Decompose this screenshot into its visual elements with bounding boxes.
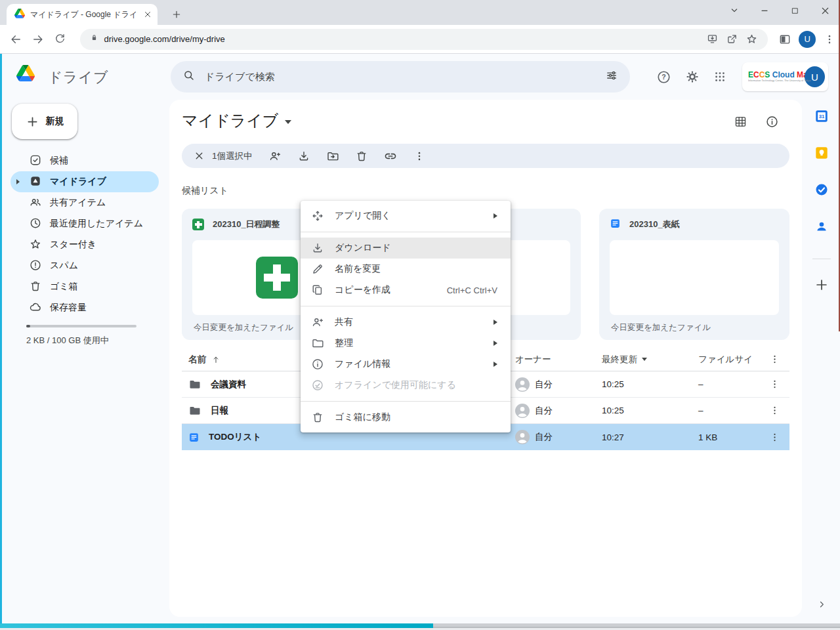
close-window-button[interactable]: [810, 0, 840, 21]
owner-name: 自分: [535, 379, 553, 390]
browser-menu-icon[interactable]: [819, 29, 840, 50]
share-person-add-icon[interactable]: [263, 144, 287, 168]
column-name[interactable]: 名前: [188, 348, 220, 371]
sidebar-item-starred[interactable]: スター付き: [10, 234, 159, 255]
tab-close-icon[interactable]: [143, 10, 152, 19]
browser-tab[interactable]: マイドライブ - Google ドライブ: [7, 4, 158, 25]
header-more-icon[interactable]: [765, 348, 784, 371]
browser-toolbar: drive.google.com/drive/my-drive U: [0, 25, 840, 54]
side-panel-icon[interactable]: [774, 29, 795, 50]
sidebar-item-recent[interactable]: 最近使用したアイテム: [10, 213, 159, 234]
show-side-panel-icon[interactable]: [812, 595, 831, 614]
drive-logo[interactable]: [16, 65, 35, 84]
search-options-icon[interactable]: [605, 69, 618, 85]
menu-item-organize[interactable]: 整理: [301, 333, 511, 354]
more-actions-icon[interactable]: [408, 144, 431, 168]
download-icon: [311, 242, 324, 255]
modified-time: 10:25: [602, 398, 624, 423]
menu-item-offline: オフラインで使用可能にする: [301, 375, 511, 396]
new-tab-button[interactable]: [167, 5, 186, 24]
settings-gear-icon[interactable]: [679, 64, 705, 90]
menu-item-rename[interactable]: 名前を変更: [301, 259, 511, 280]
trash-icon: [311, 411, 324, 424]
row-more-icon[interactable]: [765, 371, 784, 397]
minimize-button[interactable]: [749, 0, 780, 21]
share-icon[interactable]: [722, 33, 742, 45]
get-add-ons-icon[interactable]: [812, 276, 831, 294]
file-size: 1 KB: [698, 424, 717, 450]
keep-icon[interactable]: [812, 144, 831, 162]
svg-text:?: ?: [662, 73, 665, 81]
row-more-icon[interactable]: [765, 424, 784, 450]
expand-arrow-icon[interactable]: [16, 179, 20, 184]
back-button[interactable]: [5, 29, 26, 50]
svg-text:31: 31: [819, 114, 825, 119]
file-name: 会議資料: [211, 379, 246, 390]
download-icon[interactable]: [292, 144, 316, 168]
menu-item-open-with[interactable]: アプリで開く: [301, 205, 511, 226]
calendar-icon[interactable]: 31: [812, 107, 831, 125]
sidebar-item-shared[interactable]: 共有アイテム: [10, 192, 159, 213]
browser-profile-avatar[interactable]: U: [797, 29, 818, 50]
contacts-icon[interactable]: [812, 217, 831, 236]
copy-icon: [311, 284, 324, 297]
storage-progress-bar: [26, 325, 136, 327]
file-card-docs[interactable]: 202310_表紙 今日変更を加えたファイル: [599, 209, 789, 340]
share-person-add-icon: [311, 316, 324, 329]
grid-view-toggle-icon[interactable]: [727, 108, 753, 135]
star-icon: [29, 238, 42, 253]
lock-icon[interactable]: [89, 33, 99, 45]
forward-button[interactable]: [28, 29, 49, 50]
owner-name: 自分: [535, 405, 553, 417]
screen-share-indicator-bar: [0, 623, 433, 628]
bookmark-star-icon[interactable]: [742, 33, 761, 45]
address-bar[interactable]: drive.google.com/drive/my-drive: [80, 29, 768, 50]
maximize-button[interactable]: [780, 0, 810, 21]
sidebar-item-my-drive[interactable]: マイドライブ: [10, 171, 159, 192]
column-owner[interactable]: オーナー: [515, 348, 551, 371]
trash-icon[interactable]: [350, 144, 373, 168]
tasks-icon[interactable]: [812, 180, 831, 199]
card-reason: 今日変更を加えたファイル: [599, 315, 789, 340]
menu-item-make-copy[interactable]: コピーを作成 Ctrl+C Ctrl+V: [301, 280, 511, 301]
tab-search-icon[interactable]: [719, 0, 749, 21]
owner-avatar: [515, 430, 530, 444]
menu-item-share[interactable]: 共有: [301, 312, 511, 333]
apps-grid-icon[interactable]: [707, 64, 733, 90]
clear-selection-icon[interactable]: [187, 144, 211, 168]
move-to-folder-icon[interactable]: [321, 144, 345, 168]
screen-edge-left: [0, 54, 2, 623]
search-input[interactable]: ドライブで検索: [205, 71, 605, 83]
column-modified[interactable]: 最終更新: [602, 348, 647, 371]
suggestions-section-label: 候補リスト: [182, 185, 228, 197]
submenu-arrow-icon: [494, 213, 497, 219]
menu-item-move-to-trash[interactable]: ゴミ箱に移動: [301, 407, 511, 428]
menu-item-download[interactable]: ダウンロード: [301, 238, 511, 259]
card-title: 202310_日程調整: [213, 219, 280, 230]
file-name: 日報: [211, 405, 228, 417]
account-chip[interactable]: ECCS Cloud Mail Information Technology C…: [742, 62, 828, 91]
sidebar-item-suggested[interactable]: 候補: [10, 150, 159, 171]
account-avatar[interactable]: U: [805, 66, 825, 87]
details-info-icon[interactable]: [759, 108, 785, 135]
search-bar[interactable]: ドライブで検索: [171, 61, 630, 93]
cloud-icon: [29, 301, 42, 316]
column-size[interactable]: ファイルサイ: [698, 348, 753, 371]
install-icon[interactable]: [702, 33, 722, 45]
menu-item-file-info[interactable]: ファイル情報: [301, 354, 511, 375]
row-more-icon[interactable]: [765, 398, 784, 423]
new-button[interactable]: 新規: [12, 104, 77, 139]
sidebar-item-storage[interactable]: 保存容量: [10, 297, 159, 318]
sidebar-item-trash[interactable]: ゴミ箱: [10, 276, 159, 297]
reload-button[interactable]: [50, 29, 71, 50]
url-text: drive.google.com/drive/my-drive: [104, 34, 703, 44]
sidebar-nav: 候補 マイドライブ 共有アイテム 最近使用したアイテム スター付き: [10, 150, 159, 318]
sidebar-item-spam[interactable]: スパム: [10, 255, 159, 276]
drive-brand-name: ドライブ: [48, 68, 108, 87]
docs-file-icon: [188, 432, 200, 443]
page-title[interactable]: マイドライブ: [182, 110, 291, 131]
search-icon[interactable]: [182, 69, 196, 85]
copy-link-icon[interactable]: [379, 144, 402, 168]
rail-divider: [812, 259, 831, 259]
help-icon[interactable]: ?: [650, 64, 677, 90]
